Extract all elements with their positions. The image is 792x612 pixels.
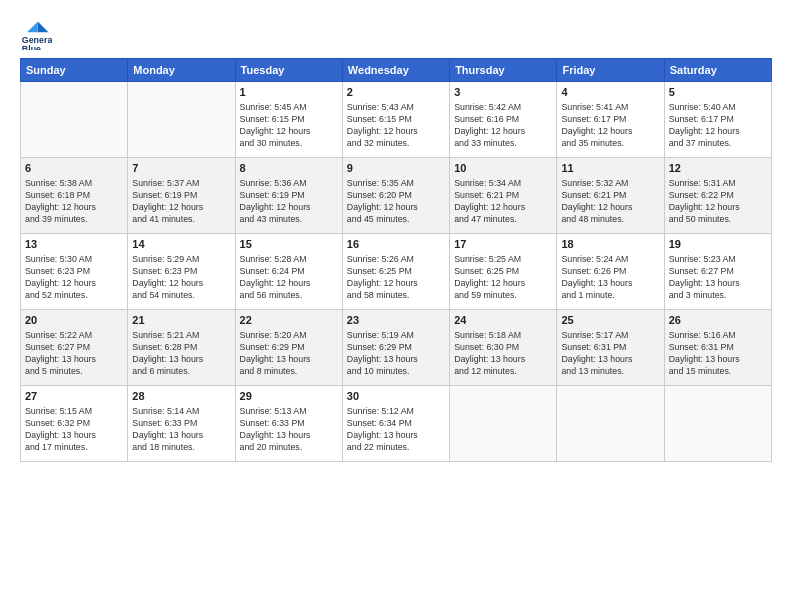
calendar-day-cell xyxy=(450,386,557,462)
day-info: Sunrise: 5:20 AM Sunset: 6:29 PM Dayligh… xyxy=(240,329,338,378)
day-number: 27 xyxy=(25,389,123,404)
weekday-header-row: SundayMondayTuesdayWednesdayThursdayFrid… xyxy=(21,59,772,82)
day-info: Sunrise: 5:19 AM Sunset: 6:29 PM Dayligh… xyxy=(347,329,445,378)
calendar-day-cell: 24Sunrise: 5:18 AM Sunset: 6:30 PM Dayli… xyxy=(450,310,557,386)
calendar-day-cell: 23Sunrise: 5:19 AM Sunset: 6:29 PM Dayli… xyxy=(342,310,449,386)
calendar-day-cell: 30Sunrise: 5:12 AM Sunset: 6:34 PM Dayli… xyxy=(342,386,449,462)
calendar-day-cell xyxy=(21,82,128,158)
day-number: 6 xyxy=(25,161,123,176)
day-number: 3 xyxy=(454,85,552,100)
calendar-week-row: 1Sunrise: 5:45 AM Sunset: 6:15 PM Daylig… xyxy=(21,82,772,158)
calendar-page: General Blue SundayMondayTuesdayWednesda… xyxy=(0,0,792,612)
day-number: 24 xyxy=(454,313,552,328)
calendar-week-row: 13Sunrise: 5:30 AM Sunset: 6:23 PM Dayli… xyxy=(21,234,772,310)
calendar-day-cell: 11Sunrise: 5:32 AM Sunset: 6:21 PM Dayli… xyxy=(557,158,664,234)
calendar-day-cell: 2Sunrise: 5:43 AM Sunset: 6:15 PM Daylig… xyxy=(342,82,449,158)
calendar-day-cell: 3Sunrise: 5:42 AM Sunset: 6:16 PM Daylig… xyxy=(450,82,557,158)
day-number: 2 xyxy=(347,85,445,100)
day-info: Sunrise: 5:37 AM Sunset: 6:19 PM Dayligh… xyxy=(132,177,230,226)
day-info: Sunrise: 5:25 AM Sunset: 6:25 PM Dayligh… xyxy=(454,253,552,302)
day-number: 28 xyxy=(132,389,230,404)
weekday-header-cell: Saturday xyxy=(664,59,771,82)
calendar-day-cell: 7Sunrise: 5:37 AM Sunset: 6:19 PM Daylig… xyxy=(128,158,235,234)
calendar-day-cell xyxy=(557,386,664,462)
calendar-day-cell: 10Sunrise: 5:34 AM Sunset: 6:21 PM Dayli… xyxy=(450,158,557,234)
calendar-week-row: 27Sunrise: 5:15 AM Sunset: 6:32 PM Dayli… xyxy=(21,386,772,462)
day-number: 18 xyxy=(561,237,659,252)
day-info: Sunrise: 5:36 AM Sunset: 6:19 PM Dayligh… xyxy=(240,177,338,226)
day-info: Sunrise: 5:23 AM Sunset: 6:27 PM Dayligh… xyxy=(669,253,767,302)
calendar-day-cell: 26Sunrise: 5:16 AM Sunset: 6:31 PM Dayli… xyxy=(664,310,771,386)
calendar-day-cell: 6Sunrise: 5:38 AM Sunset: 6:18 PM Daylig… xyxy=(21,158,128,234)
day-info: Sunrise: 5:28 AM Sunset: 6:24 PM Dayligh… xyxy=(240,253,338,302)
day-info: Sunrise: 5:24 AM Sunset: 6:26 PM Dayligh… xyxy=(561,253,659,302)
day-number: 8 xyxy=(240,161,338,176)
day-info: Sunrise: 5:26 AM Sunset: 6:25 PM Dayligh… xyxy=(347,253,445,302)
calendar-day-cell: 15Sunrise: 5:28 AM Sunset: 6:24 PM Dayli… xyxy=(235,234,342,310)
day-number: 12 xyxy=(669,161,767,176)
day-info: Sunrise: 5:13 AM Sunset: 6:33 PM Dayligh… xyxy=(240,405,338,454)
weekday-header-cell: Wednesday xyxy=(342,59,449,82)
calendar-day-cell: 22Sunrise: 5:20 AM Sunset: 6:29 PM Dayli… xyxy=(235,310,342,386)
calendar-day-cell: 28Sunrise: 5:14 AM Sunset: 6:33 PM Dayli… xyxy=(128,386,235,462)
day-info: Sunrise: 5:21 AM Sunset: 6:28 PM Dayligh… xyxy=(132,329,230,378)
day-info: Sunrise: 5:18 AM Sunset: 6:30 PM Dayligh… xyxy=(454,329,552,378)
calendar-table: SundayMondayTuesdayWednesdayThursdayFrid… xyxy=(20,58,772,462)
calendar-day-cell: 21Sunrise: 5:21 AM Sunset: 6:28 PM Dayli… xyxy=(128,310,235,386)
calendar-day-cell xyxy=(664,386,771,462)
day-info: Sunrise: 5:14 AM Sunset: 6:33 PM Dayligh… xyxy=(132,405,230,454)
calendar-day-cell: 19Sunrise: 5:23 AM Sunset: 6:27 PM Dayli… xyxy=(664,234,771,310)
weekday-header-cell: Tuesday xyxy=(235,59,342,82)
weekday-header-cell: Thursday xyxy=(450,59,557,82)
day-info: Sunrise: 5:40 AM Sunset: 6:17 PM Dayligh… xyxy=(669,101,767,150)
day-info: Sunrise: 5:38 AM Sunset: 6:18 PM Dayligh… xyxy=(25,177,123,226)
day-info: Sunrise: 5:22 AM Sunset: 6:27 PM Dayligh… xyxy=(25,329,123,378)
weekday-header-cell: Friday xyxy=(557,59,664,82)
calendar-day-cell: 8Sunrise: 5:36 AM Sunset: 6:19 PM Daylig… xyxy=(235,158,342,234)
calendar-day-cell: 18Sunrise: 5:24 AM Sunset: 6:26 PM Dayli… xyxy=(557,234,664,310)
day-number: 11 xyxy=(561,161,659,176)
day-number: 9 xyxy=(347,161,445,176)
svg-text:Blue: Blue xyxy=(22,44,41,50)
calendar-day-cell: 27Sunrise: 5:15 AM Sunset: 6:32 PM Dayli… xyxy=(21,386,128,462)
calendar-day-cell: 9Sunrise: 5:35 AM Sunset: 6:20 PM Daylig… xyxy=(342,158,449,234)
day-number: 5 xyxy=(669,85,767,100)
weekday-header-cell: Sunday xyxy=(21,59,128,82)
day-info: Sunrise: 5:45 AM Sunset: 6:15 PM Dayligh… xyxy=(240,101,338,150)
day-number: 19 xyxy=(669,237,767,252)
day-number: 25 xyxy=(561,313,659,328)
day-number: 23 xyxy=(347,313,445,328)
calendar-day-cell: 5Sunrise: 5:40 AM Sunset: 6:17 PM Daylig… xyxy=(664,82,771,158)
header: General Blue xyxy=(20,18,772,50)
day-number: 7 xyxy=(132,161,230,176)
day-number: 1 xyxy=(240,85,338,100)
day-info: Sunrise: 5:30 AM Sunset: 6:23 PM Dayligh… xyxy=(25,253,123,302)
day-info: Sunrise: 5:43 AM Sunset: 6:15 PM Dayligh… xyxy=(347,101,445,150)
logo-icon: General Blue xyxy=(20,18,52,50)
day-info: Sunrise: 5:35 AM Sunset: 6:20 PM Dayligh… xyxy=(347,177,445,226)
day-number: 29 xyxy=(240,389,338,404)
day-info: Sunrise: 5:34 AM Sunset: 6:21 PM Dayligh… xyxy=(454,177,552,226)
calendar-week-row: 20Sunrise: 5:22 AM Sunset: 6:27 PM Dayli… xyxy=(21,310,772,386)
calendar-day-cell: 12Sunrise: 5:31 AM Sunset: 6:22 PM Dayli… xyxy=(664,158,771,234)
day-number: 10 xyxy=(454,161,552,176)
day-number: 14 xyxy=(132,237,230,252)
logo: General Blue xyxy=(20,18,56,50)
day-number: 13 xyxy=(25,237,123,252)
day-number: 20 xyxy=(25,313,123,328)
calendar-day-cell: 13Sunrise: 5:30 AM Sunset: 6:23 PM Dayli… xyxy=(21,234,128,310)
day-number: 22 xyxy=(240,313,338,328)
day-info: Sunrise: 5:29 AM Sunset: 6:23 PM Dayligh… xyxy=(132,253,230,302)
day-info: Sunrise: 5:32 AM Sunset: 6:21 PM Dayligh… xyxy=(561,177,659,226)
weekday-header-cell: Monday xyxy=(128,59,235,82)
day-number: 30 xyxy=(347,389,445,404)
calendar-day-cell: 14Sunrise: 5:29 AM Sunset: 6:23 PM Dayli… xyxy=(128,234,235,310)
day-number: 15 xyxy=(240,237,338,252)
calendar-day-cell: 1Sunrise: 5:45 AM Sunset: 6:15 PM Daylig… xyxy=(235,82,342,158)
calendar-day-cell: 20Sunrise: 5:22 AM Sunset: 6:27 PM Dayli… xyxy=(21,310,128,386)
calendar-day-cell: 4Sunrise: 5:41 AM Sunset: 6:17 PM Daylig… xyxy=(557,82,664,158)
calendar-body: 1Sunrise: 5:45 AM Sunset: 6:15 PM Daylig… xyxy=(21,82,772,462)
day-info: Sunrise: 5:42 AM Sunset: 6:16 PM Dayligh… xyxy=(454,101,552,150)
day-info: Sunrise: 5:31 AM Sunset: 6:22 PM Dayligh… xyxy=(669,177,767,226)
day-info: Sunrise: 5:12 AM Sunset: 6:34 PM Dayligh… xyxy=(347,405,445,454)
